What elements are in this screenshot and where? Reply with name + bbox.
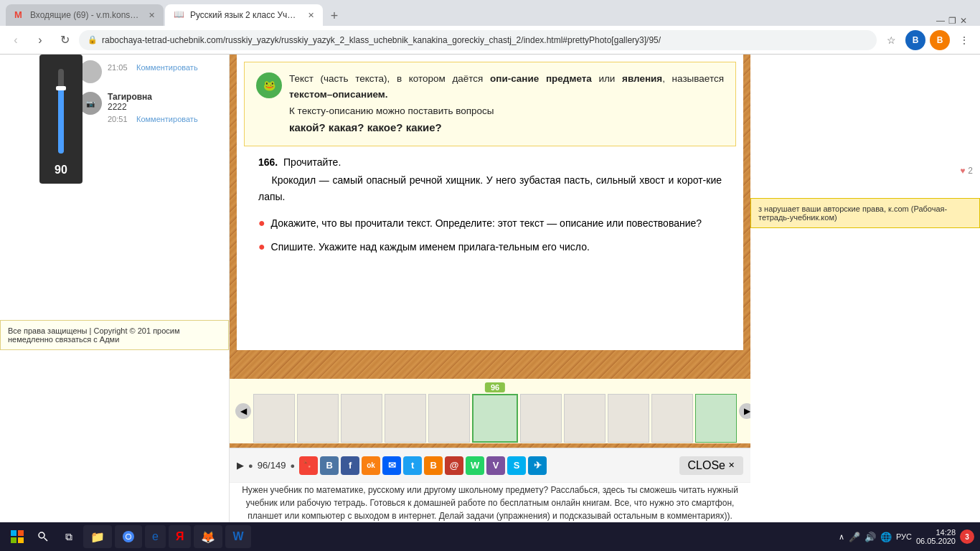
back-button[interactable]: ‹ xyxy=(6,30,26,50)
thumbnail-strip: ◀ 96 xyxy=(230,379,750,443)
address-text: rabochaya-tetrad-uchebnik.com/russkiy_ya… xyxy=(102,35,868,45)
thumbnail-8[interactable] xyxy=(564,394,606,443)
tray-speaker-icon[interactable]: 🔊 xyxy=(864,532,876,542)
ok-icon[interactable]: ok xyxy=(362,456,380,475)
taskbar-app-chrome[interactable] xyxy=(115,525,142,548)
forward-button[interactable]: › xyxy=(30,30,50,50)
thumbnail-7[interactable] xyxy=(520,394,562,443)
taskbar-app-explorer[interactable]: 📁 xyxy=(83,525,112,548)
svg-text:🐸: 🐸 xyxy=(263,80,276,92)
taskbar-app-word[interactable]: W xyxy=(225,525,250,548)
comment-time-2: 20:51 xyxy=(108,115,128,123)
tab-bar: M Входящие (69) - v.m.konstantine ✕ 📖 Ру… xyxy=(0,0,980,26)
bookmark-social-icon[interactable]: 🔖 xyxy=(299,456,318,475)
tab-textbook-title: Русский язык 2 класс Учебник К xyxy=(190,10,299,20)
tab-gmail-close[interactable]: ✕ xyxy=(149,11,155,20)
skype-icon[interactable]: S xyxy=(507,456,526,475)
notification-badge[interactable]: 3 xyxy=(960,529,974,544)
bottom-description: Нужен учебник по математике, русскому ил… xyxy=(230,482,750,522)
task-view-button[interactable]: ⧉ xyxy=(57,525,80,548)
thumbnail-4[interactable] xyxy=(385,394,426,443)
tab-textbook[interactable]: 📖 Русский язык 2 класс Учебник К ✕ xyxy=(165,4,323,26)
taskbar: ⧉ 📁 e Я 🦊 W ∧ 🎤 🔊 🌐 РУС 14:28 06.05.2020… xyxy=(0,522,980,551)
thumb-next-button[interactable]: ▶ xyxy=(739,403,750,419)
tray-mic-icon[interactable]: 🎤 xyxy=(849,532,860,542)
comment-item-2: 📷 Тагировна 2222 20:51 Комментировать xyxy=(79,92,222,125)
textbook-favicon: 📖 xyxy=(174,9,184,21)
close-window-button[interactable]: ✕ xyxy=(958,16,969,26)
profile-icon[interactable]: B xyxy=(905,30,925,50)
svg-rect-4 xyxy=(11,537,17,543)
tray-chevron[interactable]: ∧ xyxy=(839,532,844,542)
thumbnail-1[interactable] xyxy=(253,394,295,443)
comment-item-1: 21:05 Комментировать xyxy=(79,60,222,83)
taskbar-tray: ∧ 🎤 🔊 🌐 РУС 14:28 06.05.2020 3 xyxy=(839,528,974,545)
comment-link-2[interactable]: Комментировать xyxy=(136,115,198,123)
browser-chrome: M Входящие (69) - v.m.konstantine ✕ 📖 Ру… xyxy=(0,0,980,55)
vk-icon[interactable]: В xyxy=(320,456,339,475)
taskbar-app-firefox[interactable]: 🦊 xyxy=(194,525,222,548)
thumbnail-10[interactable] xyxy=(651,394,693,443)
mail2-icon[interactable]: @ xyxy=(445,456,463,475)
copyright-notice-left: Все права защищены | Copyright © 201 про… xyxy=(0,320,229,350)
whatsapp-icon[interactable]: W xyxy=(466,456,484,475)
thumbnail-2[interactable] xyxy=(297,394,339,443)
tab-gmail-title: Входящие (69) - v.m.konstantine xyxy=(30,10,140,20)
volume-slider-thumb xyxy=(56,86,66,90)
menu-icon[interactable]: ⋮ xyxy=(954,30,974,50)
viber-icon[interactable]: V xyxy=(486,456,505,475)
info-icon-circle: 🐸 xyxy=(256,72,282,98)
copyright-text-left: Все права защищены | Copyright © 201 про… xyxy=(8,326,180,344)
blogger-icon[interactable]: B xyxy=(424,456,443,475)
exercise-instruction: Прочитайте. xyxy=(283,156,341,168)
close-button[interactable]: CLOSe ✕ xyxy=(679,456,743,475)
telegram-icon[interactable]: ✈ xyxy=(528,456,547,475)
refresh-button[interactable]: ↻ xyxy=(55,30,75,50)
taskbar-app-yandex[interactable]: Я xyxy=(169,525,192,548)
new-tab-button[interactable]: + xyxy=(324,6,344,26)
volume-slider-track[interactable] xyxy=(58,69,64,154)
thumbnail-11[interactable] xyxy=(695,394,737,443)
thumbnail-active[interactable] xyxy=(472,394,518,443)
comment-time-1: 21:05 xyxy=(108,63,128,72)
social-icons-bar: 🔖 В f ok ✉ t B @ W V S ✈ xyxy=(299,456,674,475)
thumbnail-9[interactable] xyxy=(608,394,649,443)
bullet-control: ● xyxy=(248,461,253,470)
address-bar[interactable]: 🔒 rabochaya-tetrad-uchebnik.com/russkiy_… xyxy=(79,30,877,50)
thumbnail-5[interactable] xyxy=(428,394,470,443)
comment-area: 21:05 Комментировать 📷 Тагировна 2222 20… xyxy=(0,55,229,139)
minimize-button[interactable]: — xyxy=(936,16,946,26)
active-page-badge: 96 xyxy=(485,382,505,392)
bookmark-star-icon[interactable]: ☆ xyxy=(881,30,901,50)
center-content: 🐸 Текст (часть текста), в котором даётся… xyxy=(230,55,750,522)
taskbar-app-ie[interactable]: e xyxy=(145,525,166,548)
thumbnail-3[interactable] xyxy=(341,394,382,443)
svg-rect-3 xyxy=(18,530,24,536)
nav-bar: ‹ › ↻ 🔒 rabochaya-tetrad-uchebnik.com/ru… xyxy=(0,26,980,55)
extensions-icon[interactable]: B xyxy=(930,30,950,50)
exercise-task1: ● Докажите, что вы прочитали текст. Опре… xyxy=(258,213,722,232)
mail-ru-icon[interactable]: ✉ xyxy=(382,456,401,475)
exercise-section: 166. Прочитайте. Крокодил — самый опасны… xyxy=(244,146,736,267)
thumbnail-active-wrapper: 96 xyxy=(472,394,518,443)
exercise-task1-text: Докажите, что вы прочитали текст. Опреде… xyxy=(271,217,702,229)
svg-rect-5 xyxy=(18,537,24,543)
twitter-icon[interactable]: t xyxy=(403,456,422,475)
comment-number-2: 2222 xyxy=(108,102,222,112)
bullet-icon-1: ● xyxy=(258,213,265,232)
tray-network-icon[interactable]: 🌐 xyxy=(880,532,892,542)
tab-gmail[interactable]: M Входящие (69) - v.m.konstantine ✕ xyxy=(6,4,164,26)
comment-link-1[interactable]: Комментировать xyxy=(136,63,198,72)
info-text-bold3: текстом–описанием. xyxy=(289,89,388,100)
taskbar-clock[interactable]: 14:28 06.05.2020 xyxy=(916,528,956,545)
play-button[interactable]: ▶ xyxy=(237,460,244,471)
info-text-bold2: явления xyxy=(622,73,662,84)
search-taskbar-button[interactable] xyxy=(32,525,55,548)
textbook-page: 🐸 Текст (часть текста), в котором даётся… xyxy=(237,55,743,350)
maximize-button[interactable]: ❐ xyxy=(947,16,957,26)
start-button[interactable] xyxy=(6,525,29,548)
facebook-icon[interactable]: f xyxy=(341,456,359,475)
tab-textbook-close[interactable]: ✕ xyxy=(308,11,314,20)
thumb-prev-button[interactable]: ◀ xyxy=(235,403,251,419)
gmail-favicon: M xyxy=(14,9,24,21)
